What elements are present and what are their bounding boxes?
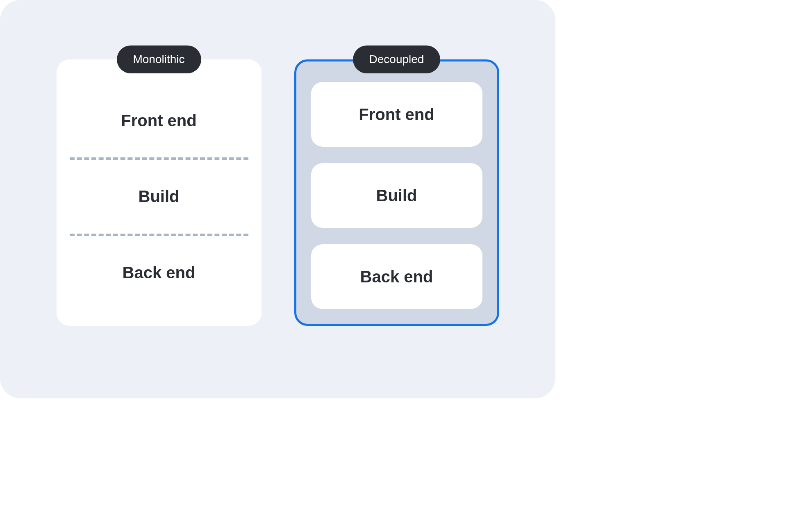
decoupled-badge: Decoupled: [353, 45, 441, 73]
monolithic-layer-frontend: Front end: [70, 84, 248, 157]
decoupled-layer-frontend: Front end: [311, 82, 482, 147]
monolithic-layer-build-label: Build: [139, 187, 180, 206]
decoupled-badge-label: Decoupled: [369, 53, 424, 66]
decoupled-layer-backend: Back end: [311, 244, 482, 309]
decoupled-layer-backend-label: Back end: [360, 268, 433, 286]
monolithic-layer-build: Build: [70, 160, 248, 233]
monolithic-badge: Monolithic: [116, 45, 201, 73]
decoupled-panel: Front end Build Back end: [294, 59, 499, 326]
monolithic-layer-backend: Back end: [70, 236, 248, 309]
monolithic-badge-label: Monolithic: [133, 53, 184, 66]
decoupled-panel-wrap: Decoupled Front end Build Back end: [294, 59, 499, 326]
decoupled-layer-build-label: Build: [376, 186, 417, 205]
decoupled-layer-frontend-label: Front end: [359, 105, 434, 124]
monolithic-panel: Front end Build Back end: [57, 59, 262, 326]
monolithic-layer-backend-label: Back end: [123, 264, 196, 282]
monolithic-layer-frontend-label: Front end: [121, 111, 196, 130]
decoupled-layer-build: Build: [311, 163, 482, 228]
monolithic-panel-wrap: Monolithic Front end Build Back end: [57, 59, 262, 326]
diagram-canvas: Monolithic Front end Build Back end Deco…: [0, 0, 555, 398]
